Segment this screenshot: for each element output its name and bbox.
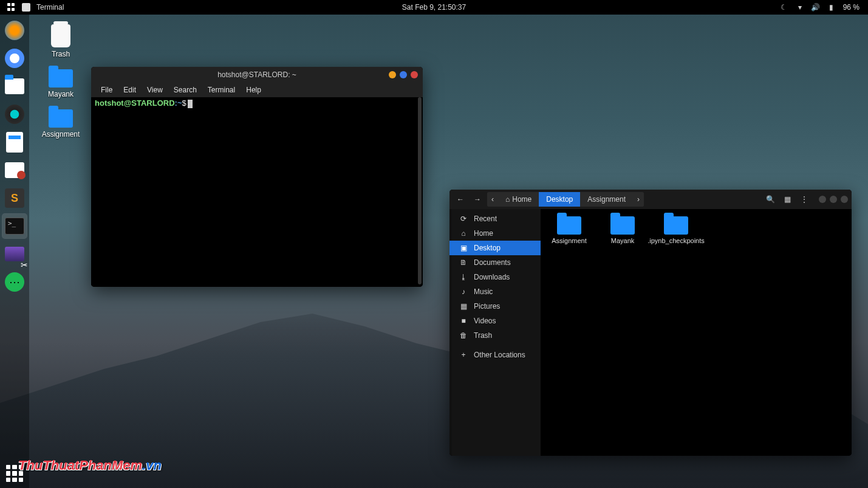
terminal-window: hotshot@STARLORD: ~ File Edit View Searc…	[91, 67, 423, 287]
clock[interactable]: Sat Feb 9, 21:50:37	[402, 3, 466, 12]
terminal-menubar: File Edit View Search Terminal Help	[91, 83, 423, 97]
minimize-button[interactable]	[389, 71, 396, 78]
folder-icon	[610, 216, 635, 235]
desktop-icon-assignment[interactable]: Assignment	[36, 109, 85, 139]
folder-item-mayank[interactable]: Mayank	[601, 216, 644, 244]
home-icon: ⌂	[505, 195, 510, 204]
sidebar-item-videos[interactable]: ■Videos	[452, 314, 541, 328]
downloads-icon: ⭳	[459, 273, 468, 281]
desktop-icon-label: Assignment	[42, 130, 80, 139]
sidebar-item-desktop[interactable]: ▣Desktop	[452, 241, 541, 255]
firefox-launcher[interactable]	[2, 18, 27, 43]
active-app-icon	[22, 3, 30, 12]
plus-icon: +	[459, 351, 468, 359]
desktop-icon-mayank[interactable]: Mayank	[36, 69, 85, 98]
folder-icon	[557, 216, 581, 235]
menu-icon: ⋮	[801, 195, 808, 204]
folder-item-assignment[interactable]: Assignment	[548, 216, 590, 244]
prompt-symbol: $	[182, 98, 186, 108]
recent-icon: ⟳	[459, 215, 468, 223]
menu-file[interactable]: File	[96, 84, 117, 95]
back-button[interactable]: ←	[453, 192, 468, 207]
terminal-titlebar[interactable]: hotshot@STARLORD: ~	[91, 67, 423, 83]
forward-button[interactable]: →	[470, 192, 485, 207]
trash-icon: 🗑	[459, 331, 468, 340]
file-manager-headerbar: ← → ‹ ⌂Home Desktop Assignment › 🔍 ▦ ⋮	[449, 190, 852, 209]
documents-icon: 🗎	[459, 258, 468, 267]
breadcrumb-desktop[interactable]: Desktop	[539, 192, 580, 207]
sidebar-item-documents[interactable]: 🗎Documents	[452, 255, 541, 270]
sidebar-item-other-locations[interactable]: +Other Locations	[452, 348, 541, 362]
menu-view[interactable]: View	[142, 84, 168, 95]
file-manager-sidebar: ⟳Recent ⌂Home ▣Desktop 🗎Documents ⭳Downl…	[452, 209, 541, 456]
night-light-icon[interactable]: ☾	[780, 3, 788, 12]
pathbar-prev[interactable]: ‹	[487, 192, 498, 207]
prompt-path: ~	[177, 98, 182, 108]
battery-percent: 96 %	[843, 3, 859, 12]
desktop-icon: ▣	[459, 244, 468, 252]
activities-button[interactable]	[7, 3, 16, 12]
dock: S ✂ ⋯	[0, 15, 29, 488]
search-icon: 🔍	[766, 195, 775, 204]
menu-terminal[interactable]: Terminal	[203, 84, 240, 95]
sidebar-item-trash[interactable]: 🗑Trash	[452, 328, 541, 343]
desktop-icon-label: Mayank	[48, 90, 73, 98]
search-button[interactable]: 🔍	[763, 192, 777, 207]
terminal-title: hotshot@STARLORD: ~	[217, 70, 296, 79]
terminal-scrollbar[interactable]	[418, 97, 422, 284]
menu-search[interactable]: Search	[169, 84, 202, 95]
close-button[interactable]	[411, 71, 418, 78]
folder-icon	[49, 69, 73, 88]
sidebar-item-recent[interactable]: ⟳Recent	[452, 211, 541, 226]
fm-minimize-button[interactable]	[819, 196, 826, 203]
grid-icon: ▦	[784, 195, 791, 204]
spotify-launcher[interactable]: ⋯	[2, 270, 27, 294]
active-app-name[interactable]: Terminal	[36, 3, 64, 12]
files-launcher[interactable]	[2, 74, 27, 98]
menu-edit[interactable]: Edit	[118, 84, 141, 95]
volume-icon[interactable]: 🔊	[812, 3, 820, 12]
sidebar-item-pictures[interactable]: ▦Pictures	[452, 299, 541, 314]
breadcrumb-home[interactable]: ⌂Home	[498, 192, 539, 207]
sidebar-item-music[interactable]: ♪Music	[452, 284, 541, 299]
menu-help[interactable]: Help	[241, 84, 266, 95]
battery-icon[interactable]: ▮	[827, 3, 836, 12]
breadcrumb-assignment[interactable]: Assignment	[580, 192, 633, 207]
desktop-icon-label: Trash	[52, 50, 70, 58]
sidebar-item-downloads[interactable]: ⭳Downloads	[452, 270, 541, 284]
top-bar: Terminal Sat Feb 9, 21:50:37 ☾ ▾ 🔊 ▮ 96 …	[0, 0, 868, 15]
folder-item-ipynb[interactable]: .ipynb_checkpoints	[655, 216, 697, 244]
view-mode-button[interactable]: ▦	[780, 192, 795, 207]
prompt-user: hotshot@STARLORD	[95, 98, 175, 108]
display-launcher[interactable]: ✂	[2, 242, 27, 266]
maximize-button[interactable]	[400, 71, 407, 78]
sublime-launcher[interactable]: S	[2, 186, 27, 210]
folder-icon	[49, 109, 73, 128]
cursor	[188, 100, 193, 108]
pathbar: ‹ ⌂Home Desktop Assignment ›	[487, 192, 644, 207]
desktop-icons: Trash Mayank Assignment	[36, 24, 85, 139]
hamburger-menu-button[interactable]: ⋮	[797, 192, 812, 207]
pathbar-next[interactable]: ›	[633, 192, 644, 207]
videos-icon: ■	[459, 317, 468, 325]
writer-launcher[interactable]	[2, 130, 27, 154]
terminal-body[interactable]: hotshot@STARLORD:~$	[91, 97, 423, 287]
home-icon: ⌂	[459, 229, 468, 238]
scissors-icon: ✂	[21, 260, 28, 270]
fm-maximize-button[interactable]	[830, 196, 837, 203]
chromium-launcher[interactable]	[2, 46, 27, 70]
trash-icon	[51, 24, 70, 47]
fm-close-button[interactable]	[841, 196, 848, 203]
media-launcher[interactable]	[2, 102, 27, 126]
folder-icon	[664, 216, 688, 235]
sidebar-item-home[interactable]: ⌂Home	[452, 226, 541, 241]
music-icon: ♪	[459, 287, 468, 296]
terminal-launcher[interactable]	[2, 214, 27, 238]
network-icon[interactable]: ▾	[796, 3, 804, 12]
file-manager-content[interactable]: Assignment Mayank .ipynb_checkpoints	[541, 209, 852, 456]
pictures-icon: ▦	[459, 302, 468, 311]
screenshot-launcher[interactable]	[2, 158, 27, 182]
desktop-icon-trash[interactable]: Trash	[36, 24, 85, 58]
watermark: ThuThuatPhanMem.vn	[18, 458, 162, 473]
file-manager-window: ← → ‹ ⌂Home Desktop Assignment › 🔍 ▦ ⋮ ⟳…	[449, 190, 852, 456]
